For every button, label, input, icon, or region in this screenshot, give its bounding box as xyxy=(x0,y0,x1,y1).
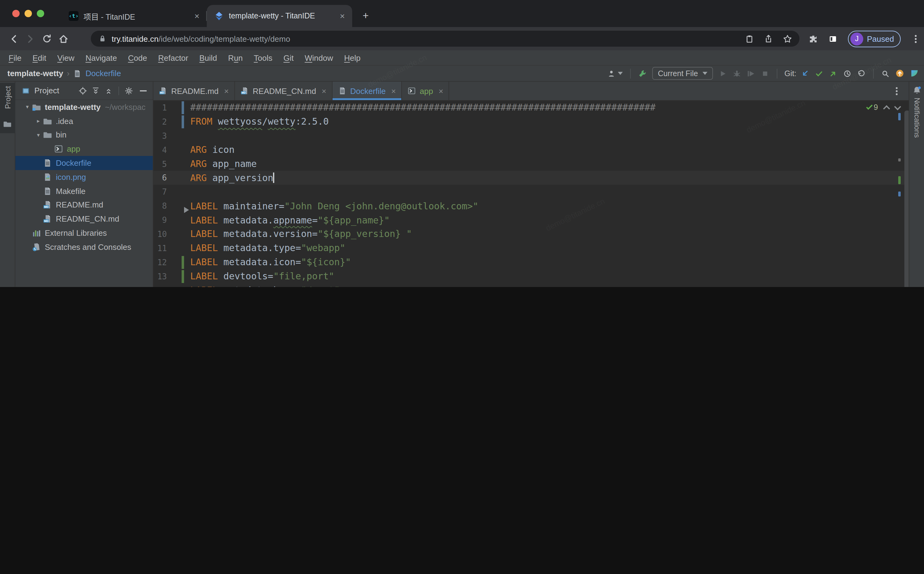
tree-item-external-libraries[interactable]: External Libraries xyxy=(15,226,153,240)
breadcrumb-file[interactable]: Dockerfile xyxy=(86,69,121,78)
editor-vscrollbar[interactable] xyxy=(904,110,909,287)
editor-tab-readme-md[interactable]: MDREADME.md× xyxy=(153,82,235,100)
menu-git[interactable]: Git xyxy=(278,53,299,62)
browser-tab-1[interactable]: ‹t›项目 - TitanIDE× xyxy=(61,5,207,27)
run-config-selector[interactable]: Current File xyxy=(652,67,713,80)
tab-close-icon[interactable]: × xyxy=(193,11,201,21)
tree-item--idea[interactable]: ▸.idea xyxy=(15,114,153,128)
editor-tab-readme-cn-md[interactable]: MDREADME_CN.md× xyxy=(235,82,333,100)
run-with-coverage-icon[interactable] xyxy=(746,69,755,78)
browser-tab-2[interactable]: template-wetty - TitanIDE× xyxy=(207,5,352,27)
menu-refactor[interactable]: Refactor xyxy=(152,53,193,62)
code-line-6[interactable]: 6ARG app_version xyxy=(153,171,909,185)
menu-help[interactable]: Help xyxy=(339,53,366,62)
history-icon[interactable] xyxy=(843,69,852,78)
tree-item-readme-cn-md[interactable]: MDREADME_CN.md xyxy=(15,212,153,226)
user-menu-button[interactable] xyxy=(608,69,623,78)
notifications-bell-icon[interactable] xyxy=(912,86,922,95)
reload-icon[interactable] xyxy=(42,33,52,44)
tree-item-bin[interactable]: ▾bin xyxy=(15,128,153,142)
browser-menu-icon[interactable] xyxy=(915,38,917,39)
forward-icon[interactable] xyxy=(25,33,36,44)
tab-close-icon[interactable]: × xyxy=(224,86,229,95)
tree-item-template-wetty[interactable]: ▾template-wetty~/workspac xyxy=(15,100,153,114)
code-editor[interactable]: 1#######################################… xyxy=(153,101,909,287)
window-close-button[interactable] xyxy=(12,10,20,17)
editor-tab-options-icon[interactable] xyxy=(896,90,897,92)
address-bar[interactable]: try.titanide.cn/ide/web/coding/template-… xyxy=(91,31,800,47)
menu-code[interactable]: Code xyxy=(123,53,152,62)
bookmark-star-icon[interactable] xyxy=(783,34,792,43)
share-icon[interactable] xyxy=(764,34,773,43)
tree-chevron-icon[interactable]: ▾ xyxy=(34,132,43,138)
project-stripe-icon[interactable] xyxy=(3,120,12,128)
editor-tab-app[interactable]: app× xyxy=(402,82,449,100)
panel-settings-gear-icon[interactable] xyxy=(124,86,133,95)
prev-problem-icon[interactable] xyxy=(883,105,890,112)
hide-panel-icon[interactable] xyxy=(140,90,147,91)
menu-file[interactable]: File xyxy=(3,53,27,62)
tree-item-dockerfile[interactable]: Dockerfile xyxy=(15,156,153,170)
code-line-8[interactable]: 8LABEL maintainer="John Deng <john.deng@… xyxy=(153,199,909,213)
git-commit-icon[interactable] xyxy=(815,69,823,78)
git-push-icon[interactable] xyxy=(829,69,838,78)
tree-item-scratches-and-consoles[interactable]: Scratches and Consoles xyxy=(15,240,153,254)
tree-item-makefile[interactable]: Makefile xyxy=(15,184,153,198)
code-line-11[interactable]: 11LABEL metadata.type="webapp" xyxy=(153,241,909,255)
tab-close-icon[interactable]: × xyxy=(391,86,396,95)
code-line-5[interactable]: 5ARG app_name xyxy=(153,157,909,171)
menu-edit[interactable]: Edit xyxy=(27,53,52,62)
tree-item-icon-png[interactable]: icon.png xyxy=(15,170,153,184)
next-problem-icon[interactable] xyxy=(894,103,901,110)
tool-stripe-project[interactable]: Project xyxy=(0,86,15,111)
tree-chevron-icon[interactable]: ▾ xyxy=(23,104,32,110)
select-opened-file-icon[interactable] xyxy=(79,86,87,95)
menu-build[interactable]: Build xyxy=(194,53,223,62)
run-icon[interactable] xyxy=(718,69,727,78)
new-tab-button[interactable]: + xyxy=(358,9,373,23)
code-line-7[interactable]: 7 xyxy=(153,185,909,199)
code-line-14[interactable]: 14LABEL metadata.home="/root" xyxy=(153,283,909,287)
tab-close-icon[interactable]: × xyxy=(439,86,443,95)
code-line-13[interactable]: 13LABEL devtools="file,port" xyxy=(153,269,909,283)
git-update-icon[interactable] xyxy=(801,69,809,78)
run-gutter-icon[interactable] xyxy=(184,207,189,213)
home-icon[interactable] xyxy=(58,33,69,44)
window-minimize-button[interactable] xyxy=(25,10,32,17)
menu-window[interactable]: Window xyxy=(299,53,339,62)
editor-tab-dockerfile[interactable]: Dockerfile× xyxy=(333,82,402,100)
build-icon[interactable] xyxy=(638,69,647,78)
extensions-icon[interactable] xyxy=(809,34,818,43)
url-text[interactable]: try.titanide.cn/ide/web/coding/template-… xyxy=(112,34,745,43)
rollback-icon[interactable] xyxy=(857,69,866,78)
window-maximize-button[interactable] xyxy=(37,10,44,17)
profile-button[interactable]: J Paused xyxy=(848,30,901,47)
code-line-3[interactable]: 3 xyxy=(153,129,909,143)
side-panel-icon[interactable] xyxy=(828,34,838,43)
upgrade-icon[interactable] xyxy=(895,69,904,78)
collapse-all-icon[interactable] xyxy=(104,86,113,95)
project-panel-title[interactable]: Project xyxy=(35,86,59,95)
menu-tools[interactable]: Tools xyxy=(248,53,278,62)
lock-icon[interactable] xyxy=(98,35,107,43)
tab-close-icon[interactable]: × xyxy=(339,11,346,21)
code-line-2[interactable]: 2FROM wettyoss/wetty:2.5.0 xyxy=(153,115,909,129)
back-icon[interactable] xyxy=(9,33,19,44)
stop-icon[interactable] xyxy=(761,69,769,78)
menu-view[interactable]: View xyxy=(52,53,80,62)
code-line-10[interactable]: 10LABEL metadata.version="${app_version}… xyxy=(153,227,909,241)
inspections-widget[interactable]: 9 xyxy=(866,103,900,112)
code-line-12[interactable]: 12LABEL metadata.icon="${icon}" xyxy=(153,255,909,270)
expand-all-icon[interactable] xyxy=(91,86,100,95)
breadcrumb-project[interactable]: template-wetty xyxy=(7,69,63,78)
menu-run[interactable]: Run xyxy=(223,53,248,62)
tab-close-icon[interactable]: × xyxy=(322,86,326,95)
code-line-1[interactable]: 1#######################################… xyxy=(153,101,909,115)
clipboard-icon[interactable] xyxy=(745,34,754,43)
tree-chevron-icon[interactable]: ▸ xyxy=(34,118,43,124)
menu-navigate[interactable]: Navigate xyxy=(80,53,123,62)
tree-item-app[interactable]: app xyxy=(15,142,153,156)
tool-stripe-notifications[interactable]: Notifications xyxy=(909,98,924,140)
code-line-4[interactable]: 4ARG icon xyxy=(153,143,909,157)
tree-item-readme-md[interactable]: MDREADME.md xyxy=(15,198,153,212)
